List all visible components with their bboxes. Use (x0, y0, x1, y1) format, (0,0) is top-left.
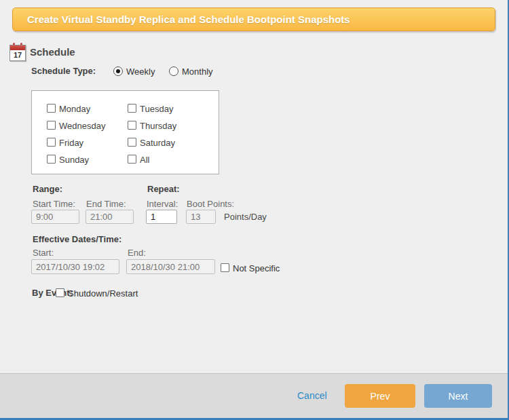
monthly-radio-label[interactable]: Monthly (182, 66, 213, 77)
day-item-tuesday[interactable]: Tuesday (128, 103, 202, 114)
effective-start-input[interactable] (31, 259, 119, 274)
dialog-title: Create Virtual Standby Replica and Sched… (27, 14, 350, 25)
create-virtual-standby-dialog: Create Virtual Standby Replica and Sched… (0, 0, 509, 420)
start-time-input[interactable] (31, 210, 79, 224)
schedule-type-label: Schedule Type: (31, 66, 96, 76)
shutdown-restart-label[interactable]: Shutdown/Restart (68, 288, 138, 299)
friday-checkbox[interactable] (47, 138, 56, 147)
boot-points-label: Boot Points: (187, 199, 234, 209)
interval-label: Interval: (147, 199, 178, 209)
effective-dates-heading: Effective Dates/Time: (33, 234, 121, 244)
day-item-wednesday[interactable]: Wednesday (47, 120, 121, 131)
tuesday-checkbox[interactable] (128, 104, 136, 113)
sunday-label: Sunday (59, 155, 89, 165)
start-time-label: Start Time: (33, 199, 75, 209)
interval-input[interactable] (146, 210, 177, 224)
day-item-saturday[interactable]: Saturday (128, 137, 202, 148)
saturday-label: Saturday (140, 138, 175, 148)
not-specific-label[interactable]: Not Specific (233, 263, 280, 273)
not-specific-checkbox[interactable] (221, 263, 229, 272)
boot-points-input[interactable] (186, 210, 216, 224)
thursday-label: Thursday (140, 121, 176, 131)
end-time-label: End Time: (86, 199, 126, 209)
friday-label: Friday (59, 138, 83, 148)
tuesday-label: Tuesday (140, 104, 173, 114)
calendar-icon: 17 (10, 43, 26, 61)
all-days-label: All (140, 155, 149, 165)
wednesday-label: Wednesday (59, 121, 105, 131)
dialog-title-banner: Create Virtual Standby Replica and Sched… (12, 7, 495, 31)
day-item-monday[interactable]: Monday (47, 103, 121, 114)
calendar-icon-header (10, 45, 25, 50)
monday-label: Monday (59, 104, 90, 114)
day-item-all[interactable]: All (128, 154, 202, 165)
next-button[interactable]: Next (424, 384, 492, 408)
all-days-checkbox[interactable] (128, 155, 136, 164)
end-time-input[interactable] (86, 210, 134, 224)
points-per-day-label: Points/Day (224, 212, 267, 222)
day-item-sunday[interactable]: Sunday (47, 154, 121, 165)
wednesday-checkbox[interactable] (47, 121, 56, 130)
effective-end-label: End: (128, 248, 146, 258)
cancel-link[interactable]: Cancel (297, 390, 327, 401)
day-item-friday[interactable]: Friday (47, 137, 121, 148)
monday-checkbox[interactable] (47, 104, 56, 113)
monthly-radio[interactable] (169, 66, 178, 76)
thursday-checkbox[interactable] (128, 121, 136, 130)
calendar-icon-day: 17 (10, 51, 25, 59)
weekly-radio-label[interactable]: Weekly (126, 66, 155, 77)
days-of-week-box: Monday Tuesday Wednesday Thursday Friday… (31, 90, 219, 174)
weekly-radio[interactable] (113, 66, 123, 76)
effective-start-label: Start: (33, 248, 54, 258)
calendar-icon-body: 17 (10, 45, 26, 61)
sunday-checkbox[interactable] (47, 155, 56, 164)
prev-button[interactable]: Prev (345, 384, 415, 408)
repeat-heading: Repeat: (147, 184, 180, 194)
range-heading: Range: (33, 184, 62, 194)
saturday-checkbox[interactable] (128, 138, 136, 147)
effective-end-input[interactable] (126, 259, 215, 274)
shutdown-restart-checkbox[interactable] (56, 288, 64, 297)
by-event-label: By Event: (32, 288, 73, 298)
schedule-section-title: Schedule (30, 46, 75, 58)
day-item-thursday[interactable]: Thursday (128, 120, 202, 131)
